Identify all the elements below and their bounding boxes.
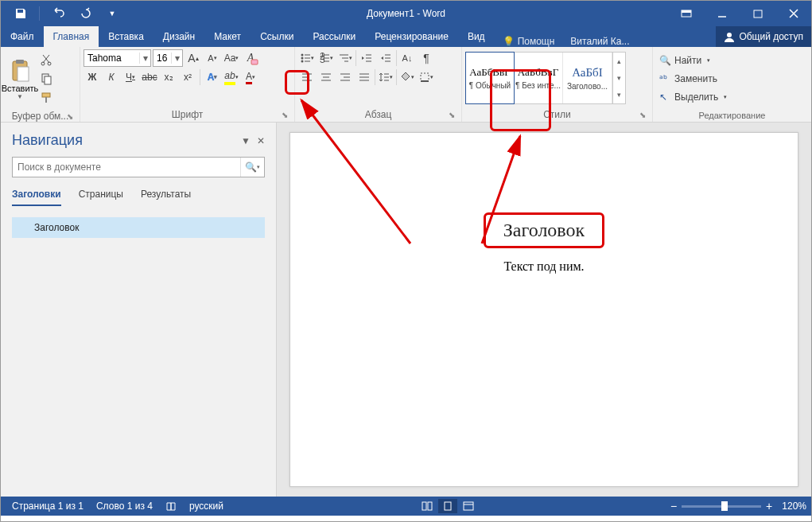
cut-button[interactable] [37, 51, 55, 68]
tab-file[interactable]: Файл [1, 26, 44, 47]
change-case-button[interactable]: Aa▾ [223, 49, 240, 67]
svg-point-17 [301, 57, 304, 60]
dialog-launcher[interactable]: ⬊ [446, 110, 457, 120]
superscript-button[interactable]: x² [179, 68, 196, 86]
dialog-launcher[interactable]: ⬊ [64, 111, 75, 122]
redo-button[interactable] [73, 2, 97, 25]
tab-mailings[interactable]: Рассылки [303, 26, 365, 47]
group-font: Tahoma▾ 16▾ A▴ A▾ Aa▾ A Ж К Ч▾ abc x₂ x²… [80, 47, 295, 122]
minimize-button[interactable] [704, 2, 740, 25]
align-left-button[interactable] [298, 68, 316, 86]
nav-heading-item[interactable]: Заголовок [12, 217, 265, 238]
status-words[interactable]: Слово 1 из 4 [90, 501, 159, 512]
nav-search: 🔍▾ [12, 157, 265, 177]
nav-tab-results[interactable]: Результаты [141, 189, 191, 206]
bold-button[interactable]: Ж [84, 68, 101, 86]
font-size-combo[interactable]: 16▾ [153, 49, 183, 67]
underline-button[interactable]: Ч▾ [122, 68, 139, 86]
styles-gallery-more[interactable]: ▴▾▾ [612, 53, 625, 103]
sort-button[interactable]: A↓ [398, 49, 416, 67]
tab-design[interactable]: Дизайн [153, 26, 204, 47]
italic-button[interactable]: К [103, 68, 120, 86]
document-area: Заголовок Текст под ним. [277, 123, 811, 497]
window-controls [668, 2, 811, 25]
copy-button[interactable] [37, 70, 55, 88]
bulb-icon: 💡 [503, 36, 515, 47]
status-language[interactable]: русский [183, 501, 230, 512]
font-name-combo[interactable]: Tahoma▾ [84, 49, 151, 67]
view-read-button[interactable] [418, 499, 437, 513]
text-effects-button[interactable]: A▾ [204, 68, 221, 86]
svg-rect-13 [45, 97, 47, 103]
ribbon-display-button[interactable] [668, 2, 704, 25]
tab-review[interactable]: Рецензирование [365, 26, 458, 47]
highlight-button[interactable]: ab▾ [223, 68, 240, 86]
svg-rect-11 [45, 76, 51, 84]
multilevel-list-button[interactable]: ▾ [336, 49, 354, 67]
bullets-button[interactable]: ▾ [298, 49, 316, 67]
numbering-button[interactable]: 123▾ [317, 49, 335, 67]
view-print-button[interactable] [438, 499, 457, 513]
dialog-launcher[interactable]: ⬊ [279, 110, 289, 120]
maximize-button[interactable] [740, 2, 775, 25]
view-web-button[interactable] [459, 499, 478, 513]
view-buttons [418, 499, 478, 513]
align-center-button[interactable] [317, 68, 335, 86]
book-icon [165, 501, 177, 512]
show-marks-button[interactable]: ¶ [418, 49, 435, 67]
document-page[interactable]: Заголовок Текст под ним. [289, 132, 798, 487]
decrease-indent-button[interactable] [358, 49, 375, 67]
tab-layout[interactable]: Макет [204, 26, 251, 47]
nav-tab-headings[interactable]: Заголовки [12, 189, 61, 206]
tell-me[interactable]: 💡Помощн [495, 36, 563, 47]
tab-references[interactable]: Ссылки [251, 26, 303, 47]
zoom-out-button[interactable]: − [670, 500, 677, 512]
paste-button[interactable]: Вставить ▼ [4, 49, 36, 108]
undo-button[interactable] [46, 2, 70, 25]
nav-search-input[interactable] [12, 157, 265, 177]
document-heading[interactable]: Заголовок [484, 212, 604, 248]
workspace: Навигация ▼ ✕ 🔍▾ Заголовки Страницы Резу… [1, 123, 811, 497]
nav-menu-button[interactable]: ▼ [241, 135, 251, 146]
tab-insert[interactable]: Вставка [99, 26, 153, 47]
close-button[interactable] [775, 2, 811, 25]
select-button[interactable]: ↖Выделить▾ [656, 89, 808, 106]
document-body-text[interactable]: Текст под ним. [322, 259, 766, 274]
tab-home[interactable]: Главная [44, 26, 99, 47]
status-page[interactable]: Страница 1 из 1 [6, 501, 90, 512]
grow-font-button[interactable]: A▴ [185, 49, 202, 67]
zoom-level[interactable]: 120% [782, 501, 806, 512]
replace-button[interactable]: ᵃᵇЗаменить [656, 71, 808, 88]
format-painter-button[interactable] [37, 89, 55, 107]
subscript-button[interactable]: x₂ [160, 68, 177, 86]
qat-customize-button[interactable]: ▼ [100, 2, 124, 25]
dialog-launcher[interactable]: ⬊ [637, 110, 647, 120]
user-account[interactable]: Виталий Ка... [562, 36, 637, 47]
justify-button[interactable] [355, 68, 373, 86]
line-spacing-button[interactable]: ▾ [377, 68, 394, 86]
clear-formatting-button[interactable]: A [242, 49, 259, 67]
borders-button[interactable]: ▾ [418, 68, 435, 86]
group-clipboard: Вставить ▼ Буфер обм...⬊ [1, 47, 80, 122]
align-right-button[interactable] [336, 68, 354, 86]
style-heading1[interactable]: АаБбІ Заголово... [563, 53, 612, 103]
tab-view[interactable]: Вид [458, 26, 495, 47]
shrink-font-button[interactable]: A▾ [204, 49, 221, 67]
find-button[interactable]: 🔍Найти▾ [656, 53, 808, 69]
nav-tab-pages[interactable]: Страницы [79, 189, 123, 206]
zoom-in-button[interactable]: + [766, 500, 772, 512]
status-proofing[interactable] [159, 501, 183, 512]
strikethrough-button[interactable]: abc [141, 68, 158, 86]
font-color-button[interactable]: A▾ [242, 68, 259, 86]
style-no-spacing[interactable]: АаБбВвГ ¶ Без инте... [514, 53, 563, 103]
shading-button[interactable]: ▾ [398, 68, 416, 86]
svg-rect-56 [464, 502, 473, 510]
save-button[interactable] [9, 2, 33, 25]
zoom-slider[interactable] [682, 505, 761, 508]
search-icon[interactable]: 🔍▾ [240, 158, 264, 177]
style-normal[interactable]: АаБбВвГ ¶ Обычный [465, 52, 515, 104]
nav-close-button[interactable]: ✕ [257, 135, 265, 146]
group-editing: 🔍Найти▾ ᵃᵇЗаменить ↖Выделить▾ Редактиров… [653, 47, 811, 122]
increase-indent-button[interactable] [377, 49, 394, 67]
share-button[interactable]: Общий доступ [716, 26, 811, 47]
